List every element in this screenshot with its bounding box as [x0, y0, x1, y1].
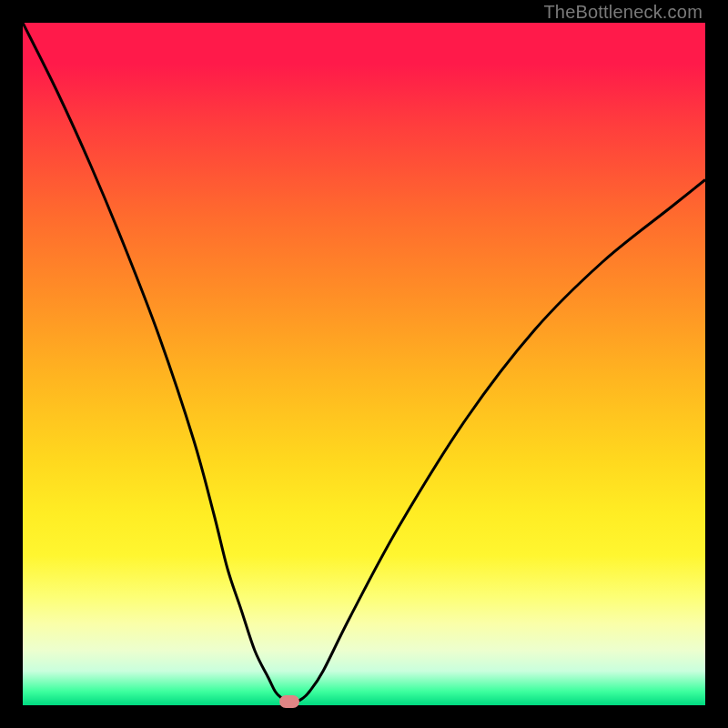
chart-stage: TheBottleneck.com — [0, 0, 728, 728]
watermark-text: TheBottleneck.com — [543, 2, 703, 23]
curve-svg — [23, 23, 705, 705]
plot-area — [23, 23, 705, 705]
bottleneck-curve — [23, 23, 705, 703]
